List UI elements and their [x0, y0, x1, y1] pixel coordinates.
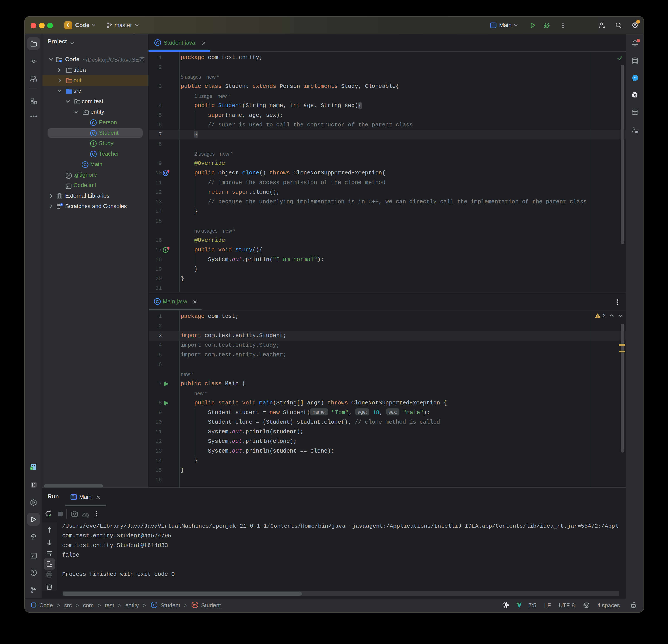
svg-text:m: m [193, 603, 197, 607]
svg-text:C: C [156, 41, 159, 45]
svg-text:C: C [84, 162, 87, 167]
svg-text:C: C [92, 152, 95, 157]
svg-text:C: C [92, 131, 95, 136]
svg-text:C: C [156, 299, 159, 304]
svg-text:C: C [153, 603, 156, 607]
svg-text:I: I [93, 141, 94, 146]
svg-text:C: C [92, 121, 95, 125]
svg-text:?: ? [34, 78, 36, 82]
